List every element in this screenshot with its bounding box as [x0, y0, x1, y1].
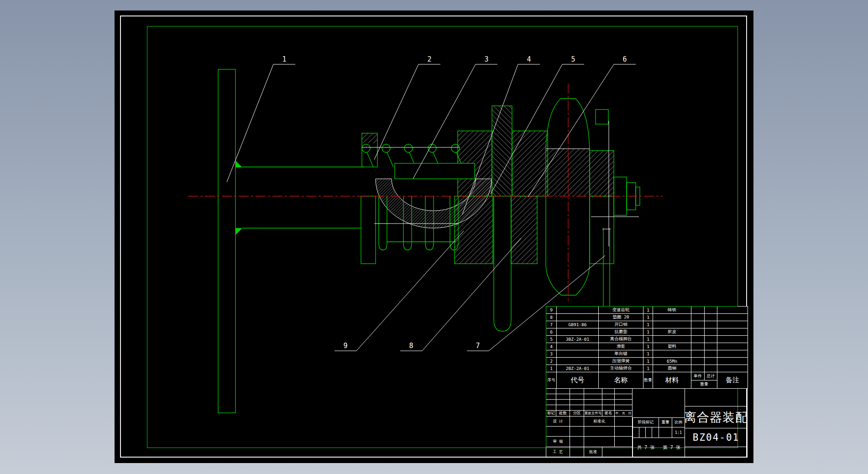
title-block: 标记 处数 分区 更改文件号 签名 年、月、日 设 计 标准化 审 核 工 艺 …	[546, 388, 748, 458]
bom-cell-material: 胶皮	[653, 328, 691, 336]
sheet-total: 共 7 张	[637, 444, 654, 451]
bom-table: 9变速齿轮1铸铁8垫圈 2017GB91-86开口销16抗磨垫1胶皮53BZ-2…	[546, 306, 748, 389]
weld-marks	[235, 161, 242, 235]
bom-header-unit: 单件	[691, 372, 705, 380]
hatched-sections	[362, 106, 614, 264]
drawing-title: 离合器装配	[685, 406, 748, 428]
bom-cell-unit	[691, 343, 705, 350]
bom-cell-unit	[691, 350, 705, 358]
callout-label: 6	[622, 55, 627, 63]
bom-cell-code	[557, 358, 599, 365]
approve-label: 批准	[584, 447, 602, 458]
bom-cell-name: 单向键	[599, 350, 643, 358]
friction-disc	[395, 163, 475, 179]
scale-value: 1:1	[672, 427, 685, 438]
revision-label: 处数	[556, 410, 570, 417]
callout-label: 1	[282, 55, 286, 63]
bom-row: 6抗磨垫1胶皮	[546, 328, 748, 336]
callout-label: 5	[571, 55, 575, 63]
bom-cell-remark	[717, 314, 748, 321]
bom-cell-qty: 1	[643, 350, 653, 358]
bom-cell-qty: 1	[643, 307, 653, 314]
bom-cell-qty: 1	[643, 314, 653, 321]
bom-cell-total	[705, 307, 717, 314]
revision-label: 年、月、日	[614, 410, 633, 417]
bom-cell-unit	[691, 307, 705, 314]
bom-cell-name: 离合模脚台	[599, 336, 643, 343]
bom-cell-seq: 1	[546, 365, 557, 372]
revision-label: 更改文件号	[584, 410, 602, 417]
bom-cell-remark	[717, 365, 748, 372]
callout-label: 2	[427, 55, 431, 63]
bom-cell-material: 塑料	[653, 343, 691, 350]
bom-row: 9变速齿轮1铸铁	[546, 307, 748, 314]
callout-label: 8	[409, 342, 413, 350]
bom-cell-seq: 6	[546, 328, 557, 336]
bom-cell-material	[653, 314, 691, 321]
bom-cell-code	[557, 314, 599, 321]
bom-cell-code	[557, 328, 599, 336]
process-label: 工 艺	[546, 447, 570, 458]
drawing-number: BZ04-01	[685, 428, 748, 447]
bom-header-material: 材料	[653, 372, 691, 389]
bom-cell-material	[653, 336, 691, 343]
bom-cell-qty: 1	[643, 365, 653, 372]
bom-row: 12BZ-2A-01主动轴焊合1圆钢	[546, 365, 748, 372]
bom-cell-unit	[691, 365, 705, 372]
bom-cell-code: GB91-86	[557, 321, 599, 328]
bom-cell-remark	[717, 350, 748, 358]
bom-cell-total	[705, 350, 717, 358]
bom-items: 9变速齿轮1铸铁8垫圈 2017GB91-86开口销16抗磨垫1胶皮53BZ-2…	[546, 307, 748, 372]
bom-cell-material: 圆钢	[653, 365, 691, 372]
bom-cell-unit	[691, 321, 705, 328]
scale-label: 比例	[672, 417, 685, 427]
bom-cell-material	[653, 350, 691, 358]
design-label: 设 计	[546, 416, 570, 427]
bom-cell-seq: 2	[546, 358, 557, 365]
bom-cell-code	[557, 307, 599, 314]
bom-cell-seq: 8	[546, 314, 557, 321]
bom-cell-code: 3BZ-2A-01	[557, 336, 599, 343]
revision-label: 签名	[602, 410, 615, 417]
bom-header-total: 总计	[705, 372, 717, 380]
bom-cell-seq: 7	[546, 321, 557, 328]
bom-cell-name: 压缩弹簧	[599, 358, 643, 365]
stage-mark-label: 阶段标记	[633, 417, 659, 427]
bom-cell-total	[705, 336, 717, 343]
bom-row: 2压缩弹簧165Mn	[546, 358, 748, 365]
bom-cell-name: 抗磨垫	[599, 328, 643, 336]
callout-label: 7	[476, 342, 480, 350]
sheet-page: 第 7 张	[663, 444, 680, 451]
bom-header-seq: 序号	[546, 372, 557, 389]
bom-cell-code	[557, 350, 599, 358]
bom-cell-seq: 3	[546, 350, 557, 358]
bom-cell-name: 变速齿轮	[599, 307, 643, 314]
bom-cell-material: 铸铁	[653, 307, 691, 314]
bom-header-name: 名称	[599, 372, 643, 389]
bom-cell-seq: 5	[546, 336, 557, 343]
bom-cell-code	[557, 343, 599, 350]
bom-cell-seq: 9	[546, 307, 557, 314]
callout-label: 9	[343, 342, 347, 350]
bom-cell-unit	[691, 336, 705, 343]
bom-cell-material: 65Mn	[653, 358, 691, 365]
standardization-label: 标准化	[584, 416, 615, 427]
bom-row: 4滑套1塑料	[546, 343, 748, 350]
bom-cell-total	[705, 321, 717, 328]
audit-label: 审 核	[546, 436, 570, 447]
bom-header-qty: 数量	[643, 372, 653, 389]
bom-cell-code: 2BZ-2A-01	[557, 365, 599, 372]
bom-cell-remark	[717, 336, 748, 343]
bom-cell-unit	[691, 314, 705, 321]
revision-label: 标记	[546, 410, 556, 417]
bom-header-remark: 备注	[717, 372, 748, 389]
bom-row: 3单向键1	[546, 350, 748, 358]
callout-label: 3	[484, 55, 488, 63]
bom-cell-name: 垫圈 20	[599, 314, 643, 321]
bom-cell-name: 主动轴焊合	[599, 365, 643, 372]
bom-cell-name: 滑套	[599, 343, 643, 350]
bom-cell-name: 开口销	[599, 321, 643, 328]
bom-header-weight: 重量	[691, 380, 717, 389]
bom-cell-unit	[691, 358, 705, 365]
bom-cell-total	[705, 328, 717, 336]
